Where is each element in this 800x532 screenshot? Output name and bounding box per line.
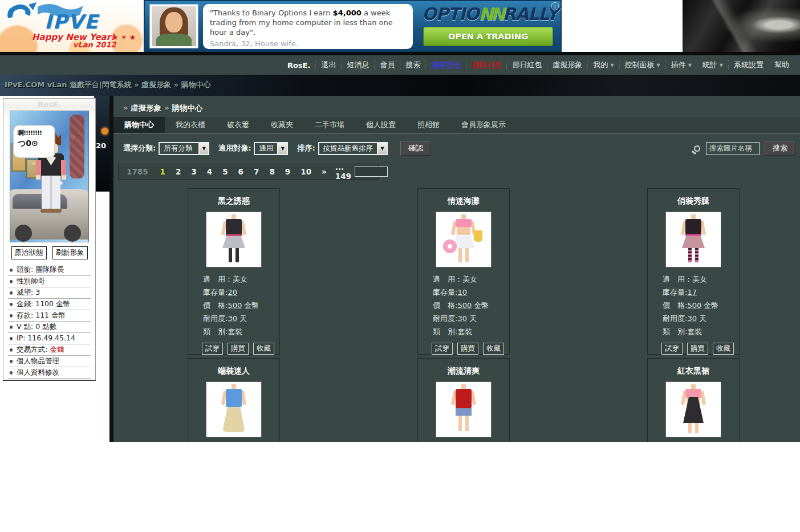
page-last[interactable]: ... 149 — [335, 163, 351, 181]
try-on-button[interactable]: 試穿 — [661, 343, 683, 355]
try-on-button[interactable]: 試穿 — [202, 343, 223, 355]
nav-item-label: 團隊管理 — [431, 60, 461, 69]
search-button[interactable]: 搜索 — [765, 141, 795, 156]
page-number[interactable]: 2 — [176, 167, 181, 176]
reset-state-button[interactable]: 原治狀態 — [11, 246, 47, 259]
outfit-shape — [474, 230, 482, 242]
category-select[interactable]: 所有分類▼ — [159, 142, 209, 155]
brand-part3: RALLY — [503, 4, 558, 24]
tab-rag-basket[interactable]: 破衣簍 — [216, 117, 260, 133]
nav-search[interactable]: 搜索 — [400, 60, 425, 70]
search-input[interactable] — [706, 142, 760, 155]
ad-testimonial: "Thanks to Binary Options I earn $4,000 … — [203, 4, 413, 49]
try-on-button[interactable]: 試穿 — [432, 343, 453, 355]
chevron-down-icon[interactable]: ▼ — [198, 143, 208, 154]
buy-button[interactable]: 購買 — [457, 343, 478, 355]
tab-photo-gallery[interactable]: 照相館 — [407, 117, 450, 133]
outfit-shape — [222, 236, 245, 248]
page-number[interactable]: 9 — [285, 167, 290, 176]
shop-tabs: 購物中心我的衣櫃破衣簍收藏夾二手市場個人設置照相館會員形象展示 — [113, 117, 800, 133]
page-jump-input[interactable] — [355, 166, 388, 177]
item-card: 黑之誘惑適 用：美女庫存量:20價 格:500 金幣耐用度:30 天類 別:套裝… — [188, 188, 280, 355]
nav-team-manage[interactable]: 團隊管理 — [425, 60, 466, 70]
nav-festival-redpacket[interactable]: 節日紅包 — [506, 60, 547, 70]
item-stat-row: 類 別:套裝 — [663, 327, 739, 340]
breadcrumb-shop[interactable]: 購物中心 — [172, 103, 203, 112]
sort-select[interactable]: 按貨品新舊排序▼ — [318, 142, 388, 155]
user-info-item[interactable]: 個人資料修改 — [8, 367, 91, 379]
page-current[interactable]: 1 — [160, 167, 165, 176]
nav-item-label: 團隊列表 — [472, 60, 501, 69]
nav-stats[interactable]: 統計▼ — [697, 60, 728, 70]
favorite-button[interactable]: 收藏 — [483, 343, 504, 355]
nav-avatar[interactable]: 虛擬形象 — [547, 60, 587, 70]
page-number[interactable]: 5 — [222, 167, 228, 176]
breadcrumb-avatar[interactable]: 虛擬形象 — [131, 103, 161, 112]
chevron-down-icon[interactable]: ▼ — [377, 143, 387, 154]
nav-members[interactable]: 會員 — [374, 60, 400, 70]
page-number[interactable]: 4 — [207, 167, 212, 176]
nav-help[interactable]: 幫助 — [769, 60, 794, 70]
chevron-down-icon[interactable]: ▼ — [277, 143, 287, 154]
item-stat-row: 耐用度:30 天 — [433, 314, 509, 327]
nav-user[interactable]: RosE. — [282, 61, 316, 70]
tab-personal-settings[interactable]: 個人設置 — [355, 117, 407, 133]
page-number[interactable]: 10 — [300, 167, 311, 176]
brand-logo: OPTIONNRALLY — [422, 4, 559, 25]
info-text: 金錢: 1100 金幣 — [17, 299, 70, 308]
sidebar-buttons: 原治狀態刷新形象 — [3, 246, 95, 259]
item-stat-row: 耐用度:30 天 — [663, 314, 739, 327]
tab-favorites[interactable]: 收藏夾 — [260, 117, 304, 133]
open-trading-account-button[interactable]: OPEN A TRADING ACCOUNT▶ — [423, 27, 553, 46]
chevron-down-icon[interactable]: ▼ — [688, 63, 692, 68]
user-info-item[interactable]: 個人物品管理 — [8, 356, 91, 367]
main-navbar: RosE.退出短消息會員搜索團隊管理團隊列表節日紅包虛擬形象我的▼控制面板▼插件… — [0, 52, 800, 75]
favorite-button[interactable]: 收藏 — [713, 343, 734, 355]
item-stats: 適 用：美女庫存量:17價 格:500 金幣耐用度:30 天類 別:套裝 — [663, 274, 739, 340]
item-actions: 試穿購買收藏 — [432, 342, 509, 355]
tab-my-wardrobe[interactable]: 我的衣櫃 — [165, 117, 216, 133]
item-image — [436, 381, 492, 437]
stat-suffix: 金幣 — [242, 301, 259, 310]
nav-team-list[interactable]: 團隊列表 — [466, 60, 506, 70]
stat-label: 適 用： — [203, 275, 233, 283]
nav-plugins[interactable]: 插件▼ — [665, 60, 697, 70]
item-image — [665, 381, 721, 437]
item-stat-row: 適 用：美女 — [663, 274, 739, 287]
stat-suffix: 金幣 — [472, 301, 489, 310]
chevron-down-icon[interactable]: ▼ — [610, 63, 614, 68]
page-number[interactable]: 8 — [269, 167, 274, 176]
buy-button[interactable]: 購買 — [687, 343, 708, 355]
tab-member-display[interactable]: 會員形象展示 — [450, 117, 517, 133]
item-name: 潮流清爽 — [418, 366, 509, 376]
chevron-down-icon[interactable]: ▼ — [657, 63, 660, 68]
nav-control-panel[interactable]: 控制面板▼ — [619, 60, 665, 70]
favorite-button[interactable]: 收藏 — [253, 343, 274, 355]
nav-mine[interactable]: 我的▼ — [587, 60, 619, 70]
page-number[interactable]: 6 — [238, 167, 243, 176]
tab-secondhand-market[interactable]: 二手市場 — [304, 117, 355, 133]
page-number[interactable]: 7 — [254, 167, 259, 176]
breadcrumb-band: IPvE.COM vLan 遊戲平台|閃電系統 » 虛擬形象 » 購物中心 — [0, 75, 800, 96]
nav-system-settings[interactable]: 系統設置 — [728, 60, 769, 70]
page-next[interactable]: » — [322, 167, 327, 176]
outfit-shape — [226, 219, 242, 236]
chevron-down-icon[interactable]: ▼ — [720, 63, 723, 68]
nav-messages[interactable]: 短消息 — [341, 60, 374, 70]
confirm-button[interactable]: 確認 — [400, 141, 431, 156]
avatar-sleeve — [36, 160, 41, 176]
tab-shop-center[interactable]: 購物中心 — [113, 117, 165, 133]
nav-logout[interactable]: 退出 — [315, 60, 341, 70]
item-stat-row: 適 用：美女 — [203, 274, 279, 287]
refresh-avatar-button[interactable]: 刷新形象 — [52, 246, 88, 259]
page-number[interactable]: 3 — [191, 167, 196, 176]
item-stats: 適 用：美女庫存量:10價 格:500 金幣耐用度:30 天類 別:套裝 — [433, 274, 509, 340]
buy-button[interactable]: 購買 — [228, 343, 249, 355]
sort-value: 按貨品新舊排序 — [319, 144, 377, 153]
outfit-shape — [688, 248, 692, 262]
target-select[interactable]: 通用▼ — [254, 142, 288, 155]
user-info-item: IP: 116.49.45.14 — [8, 333, 91, 344]
ad-info-icon[interactable]: ⓘ — [551, 2, 559, 12]
bubble-text: つ0⊙ — [18, 139, 52, 149]
ad-banner[interactable]: "Thanks to Binary Options I earn $4,000 … — [144, 0, 562, 52]
